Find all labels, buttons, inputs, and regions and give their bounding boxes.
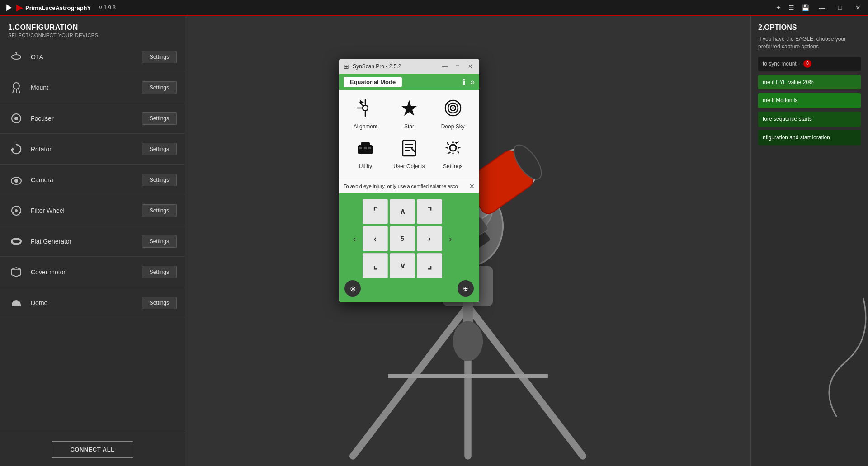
svg-rect-48 — [361, 142, 370, 146]
ota-settings-button[interactable]: Settings — [142, 51, 177, 63]
warning-text: To avoid eye injury, only use a certifie… — [344, 184, 458, 189]
device-row-ota: OTA Settings — [0, 42, 185, 72]
deep-sky-icon — [444, 99, 462, 121]
svg-rect-50 — [364, 147, 367, 149]
sync-mount-label: to sync mount - — [763, 61, 800, 67]
nav-next-button[interactable]: › — [442, 231, 458, 247]
option-card-motion: me if Motion is — [758, 93, 861, 108]
minimize-button[interactable]: — — [816, 2, 827, 13]
window-controls: ✦ ☰ 💾 — □ ✕ — [776, 2, 863, 13]
nav-top-right-button[interactable]: ⌝ — [417, 199, 442, 224]
alignment-button[interactable]: Alignment — [344, 94, 387, 134]
maximize-button[interactable]: □ — [835, 2, 845, 13]
user-objects-label: User Objects — [393, 163, 425, 169]
svg-point-57 — [450, 145, 456, 151]
dome-settings-button[interactable]: Settings — [142, 297, 177, 309]
decorative-arrow — [800, 294, 868, 421]
synscan-titlebar: ⊞ SynScan Pro - 2.5.2 — □ ✕ — [339, 59, 479, 74]
deep-sky-button[interactable]: Deep Sky — [431, 94, 475, 134]
nav-target-button[interactable]: ⊕ — [458, 280, 474, 297]
device-row-cover-motor: Cover motor Settings — [0, 257, 185, 287]
main-content: 1.CONFIGURATION SELECT/CONNECT YOUR DEVI… — [0, 16, 868, 466]
svg-point-16 — [19, 212, 21, 213]
synscan-settings-label: Settings — [443, 163, 462, 169]
equatorial-mode-pill[interactable]: Equatorial Mode — [344, 77, 402, 87]
nav-zoom-out-button[interactable]: ⊗ — [344, 280, 361, 297]
filter-wheel-icon — [8, 202, 24, 219]
synscan-grid: Alignment Star — [339, 90, 479, 179]
focuser-name: Focuser — [31, 115, 142, 122]
flat-generator-settings-button[interactable]: Settings — [142, 235, 177, 248]
svg-line-5 — [13, 89, 14, 93]
camera-settings-button[interactable]: Settings — [142, 174, 177, 186]
nav-grid: ⌜ ∧ ⌝ ‹ 5 › ⌞ ∨ ⌟ — [363, 199, 442, 278]
deep-sky-label: Deep Sky — [441, 123, 465, 130]
filter-wheel-settings-button[interactable]: Settings — [142, 204, 177, 217]
warning-close-button[interactable]: ✕ — [469, 183, 475, 190]
svg-line-22 — [353, 306, 468, 456]
cover-motor-name: Cover motor — [31, 268, 142, 276]
user-objects-icon — [400, 139, 418, 160]
user-objects-button[interactable]: User Objects — [387, 134, 431, 174]
svg-point-3 — [15, 52, 17, 53]
forward-icon[interactable]: » — [470, 77, 475, 87]
nav-bottom-left-button[interactable]: ⌞ — [363, 253, 388, 278]
option-eye-text: me if EYE value 20% — [763, 79, 814, 85]
nav-pad-bottom-row: ⊗ ⊕ — [343, 280, 476, 298]
svg-point-1 — [12, 55, 21, 59]
focuser-settings-button[interactable]: Settings — [142, 112, 177, 125]
version: v 1.9.3 — [99, 5, 116, 11]
synscan-settings-button[interactable]: Settings — [431, 134, 475, 174]
synscan-modal: ⊞ SynScan Pro - 2.5.2 — □ ✕ Equatorial M… — [339, 59, 479, 302]
app-name: PrimaLuceAstrographY — [25, 5, 91, 11]
svg-point-9 — [14, 117, 18, 120]
app-logo: ▶ PrimaLuceAstrographY v 1.9.3 — [5, 3, 116, 13]
utility-label: Utility — [359, 163, 372, 169]
nav-bottom-right-button[interactable]: ⌟ — [417, 253, 442, 278]
svg-line-6 — [19, 89, 20, 93]
device-row-focuser: Focuser Settings — [0, 103, 185, 134]
flat-generator-name: Flat Generator — [31, 238, 142, 245]
rotator-icon — [8, 141, 24, 157]
settings-icon[interactable]: ☰ — [788, 4, 794, 11]
rotator-settings-button[interactable]: Settings — [142, 143, 177, 155]
nav-pad-container: ‹ ⌜ ∧ ⌝ ‹ 5 › ⌞ ∨ ⌟ › — [339, 193, 479, 302]
utility-button[interactable]: Utility — [344, 134, 387, 174]
synscan-maximize-button[interactable]: □ — [453, 62, 462, 71]
info-icon[interactable]: ℹ — [462, 77, 466, 87]
nav-top-left-button[interactable]: ⌜ — [363, 199, 388, 224]
svg-point-14 — [15, 209, 18, 212]
device-row-mount: Mount Settings — [0, 72, 185, 103]
svg-rect-52 — [403, 141, 415, 156]
nav-left-button[interactable]: ‹ — [363, 226, 388, 251]
cover-motor-settings-button[interactable]: Settings — [142, 266, 177, 278]
svg-rect-47 — [358, 145, 373, 154]
rotator-name: Rotator — [31, 146, 142, 153]
title-bar: ▶ PrimaLuceAstrographY v 1.9.3 ✦ ☰ 💾 — □… — [0, 0, 868, 16]
ota-icon — [8, 49, 24, 65]
mount-settings-button[interactable]: Settings — [142, 81, 177, 94]
svg-rect-21 — [12, 305, 21, 306]
star-button[interactable]: Star — [387, 94, 431, 134]
option-card-config: nfiguration and start loration — [758, 130, 861, 145]
option-motion-text: me if Motion is — [763, 97, 797, 104]
nav-prev-button[interactable]: ‹ — [346, 231, 363, 247]
svg-marker-41 — [360, 100, 364, 104]
device-row-dome: Dome Settings — [0, 287, 185, 318]
svg-point-30 — [453, 321, 483, 361]
synscan-minimize-button[interactable]: — — [440, 62, 449, 71]
option-config-text: nfiguration and start loration — [763, 134, 830, 141]
nav-up-button[interactable]: ∧ — [390, 199, 415, 224]
connect-all-button[interactable]: CONNECT ALL — [52, 441, 133, 458]
close-button[interactable]: ✕ — [853, 2, 863, 13]
svg-point-19 — [13, 240, 20, 243]
nav-right-button[interactable]: › — [417, 226, 442, 251]
nav-down-button[interactable]: ∨ — [390, 253, 415, 278]
connect-all-container: CONNECT ALL — [0, 433, 185, 466]
mount-name: Mount — [31, 84, 142, 91]
save-icon[interactable]: 💾 — [802, 4, 809, 11]
synscan-close-button[interactable]: ✕ — [466, 62, 475, 71]
synscan-title: SynScan Pro - 2.5.2 — [353, 63, 437, 70]
star-icon — [400, 99, 418, 121]
cursor-icon[interactable]: ✦ — [776, 4, 781, 11]
